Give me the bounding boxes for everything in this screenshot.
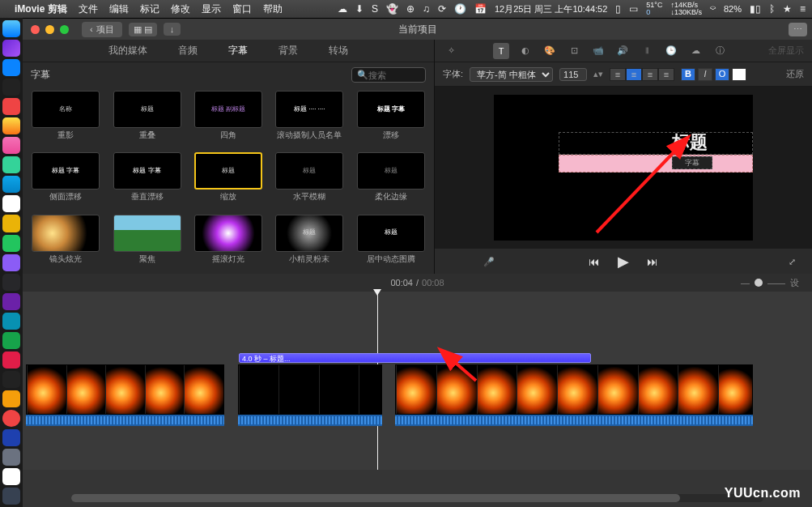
title-lower-band[interactable]	[559, 155, 753, 173]
filter-icon[interactable]: ☁	[687, 43, 704, 59]
menubar-date[interactable]: 12月25日 周三 上午10:44:52	[495, 3, 607, 15]
title-tile[interactable]: 标题 字幕侧面漂移	[28, 152, 104, 209]
title-tile[interactable]: 标题柔化边缘	[353, 152, 429, 209]
align-center[interactable]: ≡	[626, 68, 642, 81]
share-button[interactable]: ⋯	[789, 23, 807, 36]
next-button[interactable]: ⏭	[647, 255, 658, 268]
crop-icon[interactable]: ⊡	[566, 43, 582, 59]
menu-icon[interactable]: ≡	[800, 3, 806, 15]
globe-icon[interactable]: ⊕	[406, 3, 415, 15]
calendar-icon[interactable]: 📅	[474, 3, 487, 15]
search-box[interactable]: 🔍	[351, 67, 426, 83]
cloud-icon[interactable]: ☁	[338, 3, 347, 15]
wifi-icon[interactable]: ⌔	[710, 3, 716, 15]
dock-app[interactable]	[2, 449, 20, 466]
title-tile[interactable]: 标题小精灵粉末	[271, 215, 347, 271]
dock-safari[interactable]	[2, 59, 20, 76]
dock-app[interactable]	[2, 98, 20, 115]
display-icon[interactable]: ▭	[629, 3, 638, 15]
font-size-input[interactable]	[559, 68, 587, 81]
title-tile[interactable]: 标题居中动态图腾	[353, 215, 429, 271]
dock-app[interactable]	[2, 215, 20, 232]
stabilize-icon[interactable]: 📹	[590, 43, 606, 59]
tab-transitions[interactable]: 转场	[324, 40, 353, 61]
title-tile[interactable]: 镜头炫光	[28, 215, 104, 271]
dock-app[interactable]	[2, 254, 20, 271]
info-icon[interactable]: ⓘ	[712, 43, 728, 59]
title-tile[interactable]: 标题水平模糊	[271, 152, 347, 209]
dock-app[interactable]	[2, 79, 20, 96]
menu-file[interactable]: 文件	[79, 2, 98, 16]
dock-app[interactable]	[2, 137, 20, 154]
menu-edit[interactable]: 编辑	[109, 2, 129, 16]
music-icon[interactable]: ♫	[423, 3, 430, 15]
title-tile[interactable]: 标题 字幕垂直漂移	[108, 152, 185, 209]
tab-my-media[interactable]: 我的媒体	[104, 40, 152, 61]
menu-display[interactable]: 显示	[202, 2, 221, 16]
dock-app[interactable]	[2, 293, 20, 310]
font-select[interactable]: 苹方-简 中粗体	[470, 67, 553, 82]
align-justify[interactable]: ≡	[658, 68, 674, 81]
zoom-slider[interactable]: — —— 设	[741, 277, 799, 289]
dock-app[interactable]	[2, 40, 20, 57]
align-right[interactable]: ≡	[642, 68, 658, 81]
text-tool-icon[interactable]: T	[493, 43, 509, 59]
dock-app[interactable]	[2, 390, 20, 407]
import-button[interactable]: ↓	[164, 23, 181, 36]
color-balance-icon[interactable]: ◐	[517, 43, 534, 59]
view-toggle[interactable]: ▦ ▤	[129, 23, 157, 36]
tab-audio[interactable]: 音频	[173, 40, 202, 61]
video-clip-3[interactable]	[395, 364, 753, 415]
minimize-button[interactable]	[45, 25, 54, 34]
bluetooth-icon[interactable]: ᛒ	[769, 3, 775, 15]
audio-clip-1[interactable]	[26, 415, 224, 426]
dock-app[interactable]	[2, 117, 20, 134]
download-icon[interactable]: ⬇	[355, 3, 363, 15]
battery-icon[interactable]: ▮▯	[750, 3, 761, 15]
color-swatch[interactable]	[732, 68, 746, 81]
dock-calendar[interactable]	[2, 195, 20, 212]
dock-app[interactable]	[2, 371, 20, 388]
app-name[interactable]: iMovie 剪辑	[15, 2, 67, 16]
menu-mark[interactable]: 标记	[140, 2, 159, 16]
sync-icon[interactable]: ⟳	[438, 3, 446, 15]
star-icon[interactable]: ★	[783, 3, 792, 15]
tab-titles[interactable]: 字幕	[223, 40, 253, 61]
reset-button[interactable]: 还原	[786, 68, 804, 80]
title-upper-band[interactable]	[559, 132, 753, 155]
title-tile[interactable]: 标题 ···· ····滚动摄制人员名单	[271, 91, 347, 147]
dock-trash[interactable]	[2, 488, 20, 505]
align-left[interactable]: ≡	[610, 68, 626, 81]
prev-button[interactable]: ⏮	[589, 255, 600, 268]
title-tile[interactable]: 聚焦	[108, 215, 185, 271]
dock-app[interactable]	[2, 351, 20, 369]
dock-app[interactable]	[2, 313, 20, 330]
timeline-tracks[interactable]: 4.0 秒 – 标题...	[23, 292, 812, 470]
bold-button[interactable]: B	[681, 68, 695, 81]
search-input[interactable]	[368, 70, 417, 80]
clock-icon[interactable]: 🕐	[454, 3, 466, 15]
audio-clip-3[interactable]	[395, 415, 753, 426]
dock-yandex[interactable]	[2, 410, 20, 427]
book-icon[interactable]: ▯	[615, 3, 621, 15]
back-to-projects[interactable]: ‹ 项目	[82, 22, 122, 37]
dock-app[interactable]	[2, 468, 20, 485]
preview-viewer[interactable]: 标题 字幕	[435, 87, 812, 249]
timeline-scrollbar[interactable]	[71, 494, 763, 502]
s-icon[interactable]: S	[372, 3, 378, 15]
menu-modify[interactable]: 修改	[171, 2, 190, 16]
fullscreen-icon[interactable]: ⤢	[789, 257, 796, 267]
dock-wechat[interactable]	[2, 332, 20, 349]
mic-icon[interactable]: 🎤	[483, 257, 495, 267]
italic-button[interactable]: I	[698, 68, 712, 81]
magic-icon[interactable]: ✧	[443, 43, 459, 59]
noise-icon[interactable]: ⫴	[639, 43, 655, 59]
outline-button[interactable]: O	[715, 68, 729, 81]
audio-clip-2[interactable]	[238, 415, 382, 426]
video-clip-2[interactable]	[238, 364, 382, 415]
title-tile[interactable]: 标题 副标题四角	[190, 91, 266, 147]
speed-icon[interactable]: 🕒	[663, 43, 679, 59]
dock-app[interactable]	[2, 156, 20, 173]
title-clip[interactable]: 4.0 秒 – 标题...	[239, 353, 591, 363]
title-tile[interactable]: 摇滚灯光	[190, 215, 266, 271]
